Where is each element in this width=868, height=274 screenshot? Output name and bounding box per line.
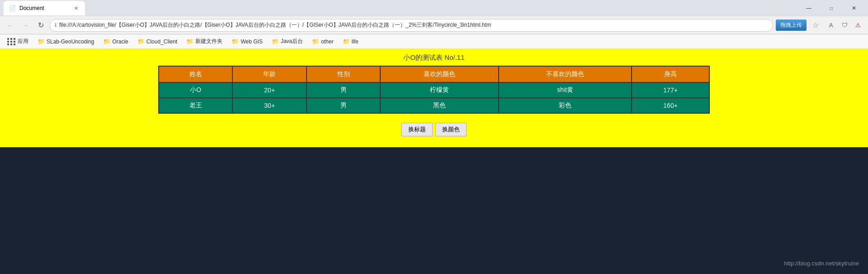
bookmark-label: 新建文件夹 (195, 38, 222, 45)
reload-button[interactable]: ↻ (34, 19, 47, 32)
folder-icon: 📁 (343, 38, 350, 45)
change-color-button[interactable]: 换颜色 (435, 123, 467, 136)
cell-height-1: 177+ (632, 82, 709, 98)
cell-gender-1: 男 (307, 82, 380, 98)
tab-close-button[interactable]: ✕ (72, 5, 80, 12)
tab-label: Document (19, 5, 44, 11)
bottom-area: http://blog.csdn.net/skytruine (0, 147, 868, 274)
apps-bookmark[interactable]: 应用 (4, 36, 32, 47)
cell-unfav-color-2: 彩色 (499, 98, 632, 113)
page-title: 小O的测试表 No/.11 (403, 53, 464, 62)
col-header-name: 姓名 (159, 66, 232, 82)
bookmark-new-folder[interactable]: 📁 新建文件夹 (183, 36, 226, 47)
data-table: 姓名 年龄 性别 喜欢的颜色 不喜欢的颜色 身高 小O 20+ 男 柠檬黄 sh… (158, 66, 710, 114)
cell-name-1: 小O (159, 82, 232, 98)
bookmarks-bar: 应用 📁 SLab-GeoUncoding 📁 Oracle 📁 Cloud_C… (0, 34, 868, 49)
bookmark-label: SLab-GeoUncoding (47, 38, 94, 45)
bookmark-label: Java后台 (281, 38, 303, 45)
bookmark-oracle[interactable]: 📁 Oracle (99, 37, 132, 46)
bookmark-label: life (352, 38, 359, 45)
folder-icon: 📁 (312, 38, 319, 45)
change-title-button[interactable]: 换标题 (401, 123, 433, 136)
browser-frame: 📄 Document ✕ — □ ✕ ← → ↻ ℹ file:///A:/ca… (0, 0, 868, 274)
bookmark-java[interactable]: 📁 Java后台 (268, 36, 307, 47)
apps-label: 应用 (18, 38, 28, 45)
shield-icon[interactable]: 🛡 (838, 19, 851, 32)
fonts-button[interactable]: A (825, 19, 837, 32)
folder-icon: 📁 (186, 38, 193, 45)
cell-name-2: 老王 (159, 98, 232, 113)
address-security-icon: ℹ (55, 22, 57, 28)
col-header-unfav-color: 不喜欢的颜色 (499, 66, 632, 82)
bookmark-label: other (321, 38, 333, 45)
col-header-age: 年龄 (232, 66, 306, 82)
folder-icon: 📁 (231, 38, 239, 45)
buttons-row: 换标题 换颜色 (401, 123, 467, 136)
browser-tab[interactable]: 📄 Document ✕ (4, 1, 85, 15)
folder-icon: 📁 (103, 38, 110, 45)
table-row: 小O 20+ 男 柠檬黄 shit黄 177+ (159, 82, 709, 98)
warning-icon[interactable]: ⚠ (852, 19, 864, 32)
maximize-button[interactable]: □ (821, 1, 842, 15)
watermark: http://blog.csdn.net/skytruine (784, 260, 859, 267)
col-header-height: 身高 (632, 66, 709, 82)
bookmark-life[interactable]: 📁 life (339, 37, 362, 46)
window-controls: — □ ✕ (798, 1, 864, 15)
cell-height-2: 160+ (632, 98, 709, 113)
folder-icon: 📁 (137, 38, 145, 45)
address-text: file:///A:/cartovision_file/【Giser小O】JAV… (59, 21, 768, 29)
forward-button[interactable]: → (19, 19, 32, 32)
bookmark-label: Web GIS (241, 38, 262, 45)
folder-icon: 📁 (38, 38, 45, 45)
cell-fav-color-1: 柠檬黄 (380, 82, 499, 98)
bookmark-webgis[interactable]: 📁 Web GIS (228, 37, 266, 46)
col-header-fav-color: 喜欢的颜色 (380, 66, 499, 82)
nav-extra-buttons: A 🛡 ⚠ (825, 19, 864, 32)
title-bar: 📄 Document ✕ — □ ✕ (0, 0, 868, 16)
baidu-upload-button[interactable]: 拖拽上传 (776, 19, 807, 31)
apps-grid-icon (7, 38, 16, 45)
back-button[interactable]: ← (4, 19, 16, 32)
navigation-bar: ← → ↻ ℹ file:///A:/cartovision_file/【Gis… (0, 16, 868, 34)
col-header-gender: 性别 (307, 66, 380, 82)
bookmark-label: Cloud_Client (146, 38, 178, 45)
address-bar[interactable]: ℹ file:///A:/cartovision_file/【Giser小O】J… (50, 19, 773, 32)
page-content: 小O的测试表 No/.11 姓名 年龄 性别 喜欢的颜色 不喜欢的颜色 身高 小… (0, 49, 868, 147)
bookmark-star-button[interactable]: ☆ (809, 19, 822, 32)
table-row: 老王 30+ 男 黑色 彩色 160+ (159, 98, 709, 113)
cell-gender-2: 男 (307, 98, 380, 113)
bookmark-cloud[interactable]: 📁 Cloud_Client (134, 37, 181, 46)
table-header-row: 姓名 年龄 性别 喜欢的颜色 不喜欢的颜色 身高 (159, 66, 709, 82)
close-button[interactable]: ✕ (844, 1, 864, 15)
document-icon: 📄 (9, 5, 16, 11)
cell-age-1: 20+ (232, 82, 306, 98)
cell-age-2: 30+ (232, 98, 306, 113)
cell-unfav-color-1: shit黄 (499, 82, 632, 98)
folder-icon: 📁 (272, 38, 279, 45)
minimize-button[interactable]: — (798, 1, 819, 15)
bookmark-label: Oracle (112, 38, 128, 45)
cell-fav-color-2: 黑色 (380, 98, 499, 113)
bookmark-other[interactable]: 📁 other (308, 37, 337, 46)
bookmark-slab[interactable]: 📁 SLab-GeoUncoding (34, 37, 98, 46)
